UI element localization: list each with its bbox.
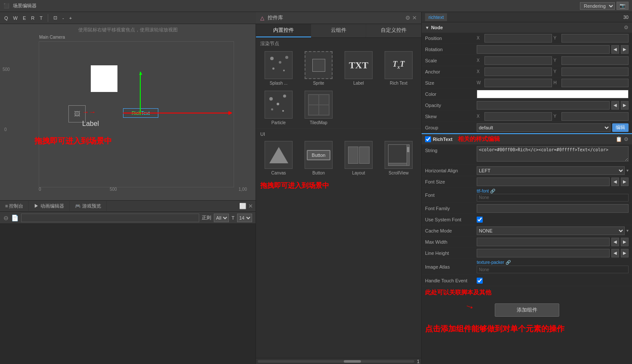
tool-r[interactable]: R xyxy=(29,15,36,21)
maxwidth-inc[interactable]: ▶ xyxy=(621,238,629,246)
component-item-splash[interactable]: Splash ... xyxy=(259,49,298,87)
pos-x-input[interactable]: 630 xyxy=(484,34,552,43)
size-w-label: W xyxy=(477,80,483,85)
cache-mode-select[interactable]: NONE xyxy=(477,226,625,235)
opacity-dec[interactable]: ◀ xyxy=(611,101,619,110)
component-item-label[interactable]: TXT Label xyxy=(339,49,378,87)
component-item-canvas[interactable]: Canvas xyxy=(259,139,298,177)
component-item-richtext[interactable]: TxT Rich Text xyxy=(379,49,418,87)
log-btn[interactable]: 📄 xyxy=(11,214,18,221)
component-label-richtext: Rich Text xyxy=(390,81,407,86)
clear-btn[interactable]: ⊖ xyxy=(3,214,9,221)
component-item-sprite[interactable]: Sprite xyxy=(299,49,338,87)
tool-w[interactable]: W xyxy=(12,15,19,21)
drag-hint-annotation: 拖拽即可进入到场景中 xyxy=(256,179,421,193)
size-w-input[interactable]: 153.38 xyxy=(484,79,552,87)
bottom-close[interactable]: ✕ xyxy=(248,203,253,209)
comp-close[interactable]: ✕ xyxy=(412,15,417,21)
skew-y-input[interactable]: 0 xyxy=(561,112,629,121)
scene-canvas: 使用鼠标右键平移视窗焦点，使用滚轮缩放视图 500 0 Main Camera … xyxy=(0,24,256,200)
lineheight-dec[interactable]: ◀ xyxy=(611,249,619,257)
tool-q[interactable]: Q xyxy=(3,15,10,21)
font-family-input[interactable]: Arial xyxy=(477,204,629,213)
comp-tab-custom[interactable]: 自定义控件 xyxy=(366,24,421,37)
axis-x-500: 500 xyxy=(110,187,117,192)
component-label-button: Button xyxy=(312,171,325,175)
bottom-tab-console[interactable]: ≡ 控制台 xyxy=(0,201,29,211)
component-item-tiledmap[interactable]: TiledMap xyxy=(299,89,338,127)
bottom-tab-preview[interactable]: 🎮 游戏预览 xyxy=(70,201,107,211)
annotation-script: 此处可以关联脚本及其他 xyxy=(422,286,632,299)
max-width-input[interactable]: 0 xyxy=(477,238,610,246)
font-none-text: None xyxy=(479,195,489,200)
axis-x-0: 0 xyxy=(39,187,41,192)
comp-tab-builtin[interactable]: 内置控件 xyxy=(256,24,311,37)
prop-scale: Scale X 1 Y 1 xyxy=(422,55,632,66)
rotation-input[interactable]: 0 xyxy=(477,45,610,54)
log-level-select[interactable]: All xyxy=(214,214,229,222)
component-item-button[interactable]: Button Button xyxy=(299,139,338,177)
group-edit-btn[interactable]: 编辑 xyxy=(612,123,629,132)
color-swatch[interactable] xyxy=(477,90,629,98)
opacity-inc[interactable]: ▶ xyxy=(621,101,629,110)
fontsize-dec[interactable]: ◀ xyxy=(611,177,619,186)
component-item-particle[interactable]: Particle xyxy=(259,89,298,127)
skew-x-input[interactable]: 0 xyxy=(484,112,552,121)
opacity-input[interactable]: 255 xyxy=(477,101,610,110)
tool-t[interactable]: T xyxy=(38,15,44,21)
bottom-tab-animation[interactable]: ▶ 动画编辑器 xyxy=(29,201,69,211)
line-height-input[interactable]: 50 xyxy=(477,249,610,257)
richtext-copy-btn[interactable]: 📋 xyxy=(616,136,622,142)
zoom-fit[interactable]: ⊡ xyxy=(52,14,59,21)
string-input[interactable]: <span data-bind="right_panel.richtext_pr… xyxy=(477,146,629,162)
font-size-input[interactable]: 40 xyxy=(477,177,610,186)
font-ttf-link[interactable]: ttf-font 🔗 xyxy=(477,189,495,193)
comp-tab-cloud[interactable]: 云组件 xyxy=(311,24,367,37)
prop-label-string: String xyxy=(425,146,477,153)
size-h-input[interactable]: 63 xyxy=(561,79,629,87)
lineheight-inc[interactable]: ▶ xyxy=(621,249,629,257)
group-select[interactable]: default xyxy=(477,123,610,132)
axis-y-0: 0 xyxy=(4,127,7,132)
prop-label-halign: Horizontal Align xyxy=(425,168,477,173)
richtext-settings-btn[interactable]: ⚙ xyxy=(624,136,629,142)
axis-arrow-right: ▶ xyxy=(228,110,232,116)
pos-y-input[interactable]: 278 xyxy=(561,34,629,43)
rotation-inc[interactable]: ▶ xyxy=(621,45,629,54)
component-label-particle: Particle xyxy=(271,120,286,125)
anchor-x-input[interactable]: 0.5 xyxy=(484,67,552,76)
zoom-minus[interactable]: - xyxy=(61,15,66,21)
maxwidth-dec[interactable]: ◀ xyxy=(611,238,619,246)
pos-y-label: Y xyxy=(554,36,560,40)
add-component-btn[interactable]: 添加组件 xyxy=(495,303,559,317)
prop-color: Color xyxy=(422,89,632,100)
zoom-plus[interactable]: + xyxy=(68,15,74,21)
use-system-font-checkbox[interactable] xyxy=(477,217,483,223)
anchor-y-input[interactable]: 0.5 xyxy=(561,67,629,76)
top-bar: ⬛ 场景编辑器 Rendering 📷 xyxy=(0,0,632,12)
bottom-panel: ≡ 控制台 ▶ 动画编辑器 🎮 游戏预览 ⬜ ✕ ⊖ 📄 正则 All T 14 xyxy=(0,200,256,364)
comp-settings[interactable]: ⚙ xyxy=(405,15,410,21)
richtext-enable-checkbox[interactable] xyxy=(425,136,431,142)
richtext-section-header[interactable]: RichText 相关的样式编辑 📋 ⚙ xyxy=(422,133,632,144)
component-item-scrollview[interactable]: ScrollView xyxy=(379,139,418,177)
bottom-expand[interactable]: ⬜ xyxy=(239,203,247,209)
component-item-layout[interactable]: Layout xyxy=(339,139,378,177)
node-settings-icon[interactable]: ⚙ xyxy=(624,24,629,31)
atlas-link[interactable]: texture-packer 🔗 xyxy=(477,260,511,265)
scale-x-input[interactable]: 1 xyxy=(484,56,552,65)
rendering-dropdown[interactable]: Rendering xyxy=(580,2,615,10)
camera-btn[interactable]: 📷 xyxy=(617,2,629,10)
fontsize-inc[interactable]: ▶ xyxy=(621,177,629,186)
prop-label-position: Position xyxy=(425,36,477,41)
halign-select[interactable]: LEFT xyxy=(477,166,625,175)
rotation-dec[interactable]: ◀ xyxy=(611,45,619,54)
tool-e[interactable]: E xyxy=(21,15,28,21)
scale-y-input[interactable]: 1 xyxy=(561,56,629,65)
particle-items-grid: Particle TiledMap xyxy=(256,89,421,128)
node-section-header[interactable]: ▼ Node ⚙ xyxy=(422,22,632,33)
prop-label-fontsize: Font Size xyxy=(425,179,477,184)
font-size-select[interactable]: 14 xyxy=(237,214,252,222)
handle-touch-checkbox[interactable] xyxy=(477,278,483,284)
breadcrumb-value-right: 30 xyxy=(623,15,629,20)
